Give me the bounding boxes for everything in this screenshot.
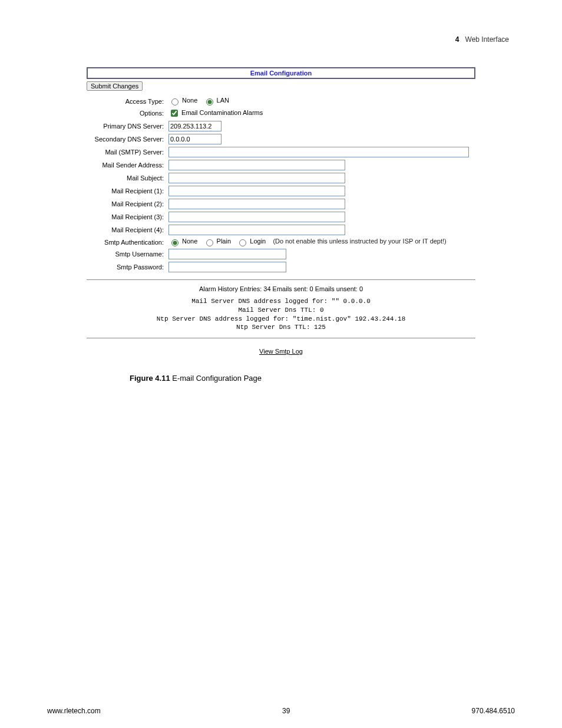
figure-number: Figure 4.11 — [130, 374, 170, 383]
smtp-pass-label: Smtp Password: — [87, 261, 166, 274]
auth-note: (Do not enable this unless instructed by… — [273, 238, 446, 245]
auth-none-radio[interactable] — [171, 239, 178, 246]
primary-dns-input[interactable] — [168, 121, 222, 131]
sender-label: Mail Sender Address: — [87, 159, 166, 172]
alarm-history-line: Alarm History Entries: 34 Emails sent: 0… — [87, 285, 475, 294]
smtp-server-input[interactable] — [168, 147, 469, 157]
access-type-lan-radio[interactable] — [206, 98, 213, 106]
figure-text: E-mail Configuration Page — [170, 374, 262, 383]
footer-center: 39 — [282, 707, 290, 715]
secondary-dns-label: Secondary DNS Server: — [87, 133, 166, 146]
recipient1-label: Mail Recipient (1): — [87, 185, 166, 197]
recipient4-input[interactable] — [168, 225, 345, 235]
status-block: Alarm History Entries: 34 Emails sent: 0… — [87, 285, 475, 332]
recipient2-label: Mail Recipient (2): — [87, 197, 166, 210]
auth-none-text: None — [182, 238, 197, 245]
figure-caption: Figure 4.11 E-mail Configuration Page — [130, 374, 515, 383]
access-type-label: Access Type: — [87, 95, 166, 107]
email-config-panel: Email Configuration Submit Changes Acces… — [87, 67, 475, 357]
access-type-none-radio[interactable] — [171, 98, 178, 106]
smtp-log-row: View Smtp Log — [87, 343, 475, 357]
auth-plain-text: Plain — [217, 238, 231, 245]
footer-left: www.rletech.com — [47, 707, 101, 715]
smtp-user-input[interactable] — [168, 249, 286, 259]
panel-title: Email Configuration — [87, 67, 475, 79]
footer-right: 970.484.6510 — [472, 707, 515, 715]
recipient3-label: Mail Recipient (3): — [87, 210, 166, 223]
secondary-dns-input[interactable] — [168, 134, 222, 144]
page-header: 4 Web Interface — [47, 35, 515, 44]
options-label: Options: — [87, 107, 166, 120]
view-smtp-log-link[interactable]: View Smtp Log — [259, 348, 303, 355]
access-type-lan-text: LAN — [217, 97, 229, 104]
recipient3-input[interactable] — [168, 212, 345, 222]
smtp-pass-input[interactable] — [168, 262, 286, 272]
email-contamination-checkbox[interactable] — [171, 110, 178, 117]
subject-input[interactable] — [168, 173, 345, 183]
recipient1-input[interactable] — [168, 186, 345, 196]
subject-label: Mail Subject: — [87, 172, 166, 185]
sender-input[interactable] — [168, 160, 345, 170]
auth-label: Smtp Authentication: — [87, 236, 166, 248]
smtp-user-label: Smtp Username: — [87, 248, 166, 261]
divider-1 — [87, 279, 475, 280]
divider-2 — [87, 338, 475, 338]
submit-changes-button[interactable]: Submit Changes — [87, 81, 143, 91]
smtp-server-label: Mail (SMTP) Server: — [87, 146, 166, 159]
submit-row: Submit Changes — [87, 79, 475, 95]
auth-login-radio[interactable] — [239, 239, 246, 246]
auth-plain-radio[interactable] — [206, 239, 213, 246]
dns-status-pre: Mail Server DNS address logged for: "" 0… — [157, 297, 405, 332]
config-form: Access Type: None LAN Options: Email Con… — [87, 95, 475, 274]
page: 4 Web Interface Email Configuration Subm… — [0, 0, 562, 728]
chapter-title: Web Interface — [465, 35, 509, 44]
page-footer: www.rletech.com 39 970.484.6510 — [47, 707, 515, 715]
primary-dns-label: Primary DNS Server: — [87, 120, 166, 133]
recipient2-input[interactable] — [168, 199, 345, 209]
recipient4-label: Mail Recipient (4): — [87, 223, 166, 236]
access-type-none-text: None — [182, 97, 197, 104]
email-contamination-text: Email Contamination Alarms — [181, 109, 263, 116]
auth-login-text: Login — [250, 238, 266, 245]
chapter-number: 4 — [455, 35, 459, 44]
